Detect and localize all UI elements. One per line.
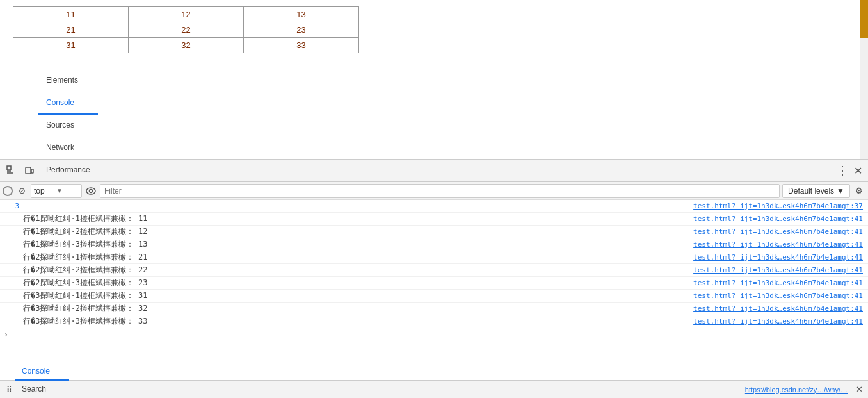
bottom-tab-console[interactable]: Console — [15, 363, 69, 381]
inspect-element-icon[interactable] — [3, 162, 20, 179]
devtools-tab-elements[interactable]: Elements — [38, 70, 98, 92]
console-message: 行�3探呦红纠·3搓框斌摔兼橄： 33 — [20, 316, 693, 327]
console-row: 行�1探呦红纠·1搓框斌摔兼橄： 11 test.html? ijt=1h3dk… — [0, 213, 868, 226]
context-value: top — [34, 187, 56, 195]
console-message: 行�3探呦红纠·1搓框斌摔兼橄： 31 — [20, 290, 693, 301]
console-message: 行�1探呦红纠·3搓框斌摔兼橄： 13 — [20, 239, 693, 250]
table-cell: 22 — [129, 22, 244, 38]
console-output[interactable]: 3 test.html? ijt=1h3dk…esk4h6m7b4e1amgt:… — [0, 200, 868, 380]
svg-point-5 — [86, 188, 95, 194]
console-message: 行�1探呦红纠·2搓框斌摔兼橄： 12 — [20, 226, 693, 237]
devtools-close-icon[interactable]: ✕ — [850, 163, 865, 178]
devtools-bottom-bar: ⠿ ConsoleSearchWhat's New https://blog.c… — [0, 380, 868, 398]
scrollbar-track[interactable] — [860, 0, 868, 159]
bottom-tabs-container: ConsoleSearchWhat's New — [15, 363, 69, 399]
devtools-panel: ElementsConsoleSourcesNetworkPerformance… — [0, 159, 868, 398]
console-count-row: 3 test.html? ijt=1h3dk…esk4h6m7b4e1amgt:… — [0, 200, 868, 213]
console-link[interactable]: test.html? ijt=1h3dk…esk4h6m7b4e1amgt:41 — [693, 279, 868, 287]
console-message: 行�1探呦红纠·1搓框斌摔兼橄： 11 — [20, 213, 693, 224]
console-row: 行�2探呦红纠·1搓框斌摔兼橄： 21 test.html? ijt=1h3dk… — [0, 251, 868, 264]
console-row: 行�3探呦红纠·3搓框斌摔兼橄： 33 test.html? ijt=1h3dk… — [0, 315, 868, 328]
console-message: 行�2探呦红纠·2搓框斌摔兼橄： 22 — [20, 265, 693, 276]
console-toolbar: ⊘ top ▼ Default levels ▼ ⚙ — [0, 182, 868, 200]
table-cell: 32 — [129, 38, 244, 53]
console-link[interactable]: test.html? ijt=1h3dk…esk4h6m7b4e1amgt:41 — [693, 215, 868, 223]
data-table: 111213212223313233 — [13, 6, 359, 53]
bottom-url[interactable]: https://blog.csdn.net/zy…/why/… — [745, 386, 853, 394]
svg-rect-0 — [7, 166, 11, 170]
console-count: 3 — [10, 202, 20, 210]
console-input-row: › — [0, 328, 868, 341]
filter-wrapper — [100, 184, 780, 198]
table-cell: 11 — [13, 7, 129, 22]
table-row: 212223 — [13, 22, 359, 38]
table-row: 313233 — [13, 38, 359, 53]
default-levels-label: Default levels — [788, 187, 834, 195]
default-levels-button[interactable]: Default levels ▼ — [782, 184, 850, 198]
svg-point-6 — [90, 189, 93, 192]
clear-console-icon[interactable] — [3, 186, 13, 196]
console-prompt: › — [0, 330, 12, 339]
bottom-tab-search[interactable]: Search — [15, 381, 69, 399]
eye-icon[interactable] — [84, 185, 97, 197]
filter-input[interactable] — [100, 184, 780, 198]
devtools-tab-console[interactable]: Console — [38, 92, 98, 115]
table-cell: 21 — [13, 22, 129, 38]
devtools-tab-bar: ElementsConsoleSourcesNetworkPerformance… — [0, 160, 868, 182]
console-message: 行�2探呦红纠·1搓框斌摔兼橄： 21 — [20, 252, 693, 263]
svg-rect-4 — [31, 169, 33, 173]
console-row: 行�1探呦红纠·2搓框斌摔兼橄： 12 test.html? ijt=1h3dk… — [0, 226, 868, 238]
console-row: 行�1探呦红纠·3搓框斌摔兼橄： 13 test.html? ijt=1h3dk… — [0, 238, 868, 251]
table-cell: 23 — [244, 22, 359, 38]
console-link[interactable]: test.html? ijt=1h3dk…esk4h6m7b4e1amgt:41 — [693, 266, 868, 274]
devtools-more-icon[interactable]: ⋮ — [835, 163, 850, 178]
settings-gear-icon[interactable]: ⚙ — [853, 185, 865, 197]
console-message: 行�3探呦红纠·2搓框斌摔兼橄： 32 — [20, 303, 693, 314]
default-levels-arrow-icon: ▼ — [837, 187, 844, 195]
devtools-tab-network[interactable]: Network — [38, 137, 98, 160]
table-cell: 33 — [244, 38, 359, 53]
scrollbar-thumb[interactable] — [860, 0, 868, 38]
console-message: 行�2探呦红纠·3搓框斌摔兼橄： 23 — [20, 278, 693, 288]
console-link[interactable]: test.html? ijt=1h3dk…esk4h6m7b4e1amgt:41 — [693, 253, 868, 261]
console-link[interactable]: test.html? ijt=1h3dk…esk4h6m7b4e1amgt:41 — [693, 292, 868, 300]
table-cell: 13 — [244, 7, 359, 22]
bottom-close-icon[interactable]: ✕ — [853, 383, 865, 396]
console-row: 行�2探呦红纠·3搓框斌摔兼橄： 23 test.html? ijt=1h3dk… — [0, 277, 868, 290]
page-content: 111213212223313233 — [0, 0, 868, 159]
table-cell: 31 — [13, 38, 129, 53]
console-row: 行�3探呦红纠·2搓框斌摔兼橄： 32 test.html? ijt=1h3dk… — [0, 303, 868, 315]
console-row: 行�3探呦红纠·1搓框斌摔兼橄： 31 test.html? ijt=1h3dk… — [0, 290, 868, 303]
devtools-tab-sources[interactable]: Sources — [38, 115, 98, 137]
console-link-count[interactable]: test.html? ijt=1h3dk…esk4h6m7b4e1amgt:37 — [693, 202, 868, 210]
table-row: 111213 — [13, 7, 359, 22]
stop-icon[interactable]: ⊘ — [15, 185, 28, 197]
device-toolbar-icon[interactable] — [20, 162, 38, 179]
devtools-tab-performance[interactable]: Performance — [38, 160, 98, 182]
console-link[interactable]: test.html? ijt=1h3dk…esk4h6m7b4e1amgt:41 — [693, 228, 868, 236]
table-cell: 12 — [129, 7, 244, 22]
console-link[interactable]: test.html? ijt=1h3dk…esk4h6m7b4e1amgt:41 — [693, 304, 868, 313]
console-row: 行�2探呦红纠·2搓框斌摔兼橄： 22 test.html? ijt=1h3dk… — [0, 264, 868, 277]
bottom-menu-icon[interactable]: ⠿ — [3, 383, 15, 396]
console-link[interactable]: test.html? ijt=1h3dk…esk4h6m7b4e1amgt:41 — [693, 317, 868, 326]
svg-rect-3 — [26, 167, 31, 174]
console-link[interactable]: test.html? ijt=1h3dk…esk4h6m7b4e1amgt:41 — [693, 240, 868, 249]
context-selector[interactable]: top ▼ — [31, 184, 82, 198]
context-arrow-icon: ▼ — [56, 187, 79, 194]
